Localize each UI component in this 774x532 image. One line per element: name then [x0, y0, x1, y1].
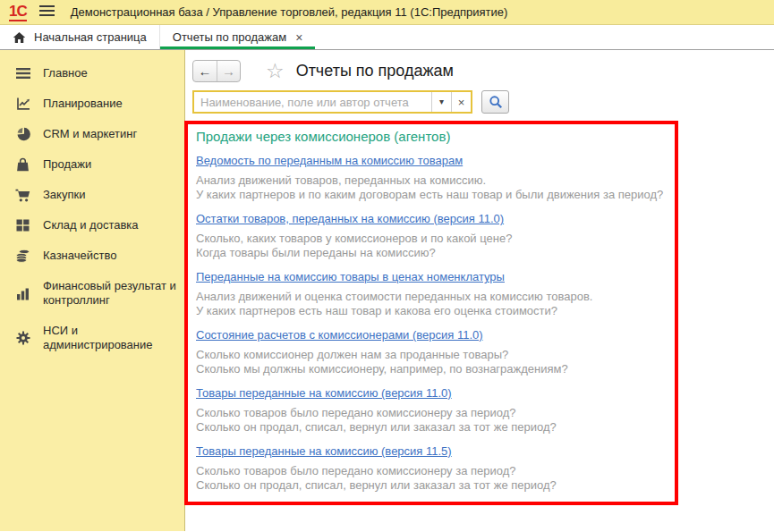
- sidebar-item-label: НСИ и администрирование: [43, 324, 177, 352]
- report-description: Сколько товаров было передано комиссионе…: [196, 464, 666, 478]
- bar-chart-icon: [14, 287, 31, 300]
- tab-sales-reports[interactable]: Отчеты по продажам ×: [159, 25, 316, 49]
- search-row: ▾ ×: [192, 90, 509, 114]
- shopping-bag-icon: [14, 157, 31, 172]
- sidebar-item-label: Продажи: [43, 157, 91, 172]
- sidebar-item-financial-result[interactable]: Финансовый результат и контроллинг: [0, 271, 184, 316]
- search-button[interactable]: [481, 90, 509, 114]
- report-description: Сколько он продал, списал, вернул или за…: [196, 478, 666, 493]
- back-button[interactable]: ←: [193, 61, 217, 81]
- report-description: Анализ движений и оценка стоимости перед…: [196, 290, 666, 304]
- main-menu-button[interactable]: [39, 4, 55, 20]
- gear-icon: [14, 331, 31, 345]
- sidebar-item-crm-marketing[interactable]: CRM и маркетинг: [0, 119, 184, 149]
- report-link[interactable]: Товары переданные на комиссию (версия 11…: [196, 386, 452, 400]
- sidebar-item-purchases[interactable]: Закупки: [0, 180, 184, 210]
- report-item: Остатки товаров, переданных на комиссию …: [196, 212, 666, 260]
- report-item: Товары переданные на комиссию (версия 11…: [196, 444, 666, 493]
- report-description: Сколько товаров было передано комиссионе…: [196, 406, 666, 420]
- sidebar-item-label: Казначейство: [43, 249, 116, 263]
- close-tab-icon[interactable]: ×: [295, 31, 302, 44]
- report-link[interactable]: Переданные на комиссию товары в ценах но…: [196, 270, 505, 283]
- shopping-cart-icon: [14, 189, 31, 202]
- report-item: Товары переданные на комиссию (версия 11…: [196, 386, 666, 435]
- report-search-box: ▾ ×: [192, 90, 472, 114]
- navigation-row: ← → ☆ Отчеты по продажам: [192, 60, 454, 82]
- sidebar-item-sales[interactable]: Продажи: [0, 149, 184, 180]
- planning-chart-icon: [14, 97, 31, 111]
- report-link[interactable]: Товары переданные на комиссию (версия 11…: [196, 444, 452, 458]
- sidebar-item-treasury[interactable]: Казначейство: [0, 241, 184, 271]
- highlighted-reports-panel: Продажи через комиссионеров (агентов) Ве…: [184, 121, 678, 505]
- tab-sales-reports-label: Отчеты по продажам: [173, 30, 286, 44]
- sidebar-item-label: Финансовый результат и контроллинг: [43, 279, 177, 308]
- window-title: Демонстрационная база / Управление торго…: [71, 5, 508, 19]
- report-link[interactable]: Состояние расчетов с комиссионерами (вер…: [196, 328, 483, 342]
- report-description: Сколько, каких товаров у комиссионеров и…: [196, 232, 666, 246]
- titlebar: 1С Демонстрационная база / Управление то…: [0, 0, 774, 25]
- sidebar: Главное Планирование CRM и маркетинг Про…: [0, 50, 185, 531]
- warehouse-grid-icon: [14, 219, 31, 232]
- search-input[interactable]: [194, 92, 431, 112]
- content-area: ← → ☆ Отчеты по продажам ▾ ×: [185, 50, 774, 531]
- report-description: Сколько комиссионер должен нам за продан…: [196, 348, 666, 362]
- sidebar-item-label: CRM и маркетинг: [43, 127, 137, 141]
- app-window: 1С Демонстрационная база / Управление то…: [0, 0, 774, 532]
- pie-chart-icon: [14, 127, 31, 141]
- sidebar-item-label: Закупки: [43, 188, 85, 202]
- report-link[interactable]: Остатки товаров, переданных на комиссию …: [196, 212, 504, 225]
- coins-icon: [14, 249, 31, 263]
- 1c-logo: 1С: [9, 4, 27, 21]
- report-description: У каких партнеров и по каким договорам е…: [196, 188, 666, 202]
- sidebar-item-label: Главное: [43, 66, 88, 80]
- history-nav-group: ← →: [192, 60, 241, 82]
- report-description: Сколько мы должны комиссионеру, например…: [196, 362, 666, 376]
- tab-bar: Начальная страница Отчеты по продажам ×: [0, 25, 774, 50]
- section-title: Продажи через комиссионеров (агентов): [196, 127, 666, 144]
- report-item: Переданные на комиссию товары в ценах но…: [196, 270, 666, 318]
- report-description: Сколько он продал, списал, вернул или за…: [196, 420, 666, 435]
- report-description: У каких партнеров есть наш товар и каков…: [196, 304, 666, 318]
- report-item: Ведомость по переданным на комиссию това…: [196, 154, 666, 202]
- search-dropdown-button[interactable]: ▾: [431, 92, 451, 112]
- sidebar-item-nsi-administration[interactable]: НСИ и администрирование: [0, 316, 184, 360]
- sidebar-item-label: Склад и доставка: [43, 218, 139, 232]
- search-icon: [489, 95, 503, 109]
- page-title: Отчеты по продажам: [296, 62, 454, 80]
- report-description: Анализ движений товаров, переданных на к…: [196, 173, 666, 188]
- search-clear-button[interactable]: ×: [451, 92, 471, 112]
- menu-lines-icon: [14, 67, 31, 80]
- hamburger-icon: [39, 4, 55, 20]
- sidebar-item-planning[interactable]: Планирование: [0, 89, 184, 119]
- tab-home-label: Начальная страница: [34, 30, 147, 44]
- forward-button[interactable]: →: [217, 61, 240, 81]
- home-icon: [13, 31, 26, 44]
- tab-home[interactable]: Начальная страница: [0, 25, 159, 49]
- favorite-star-icon[interactable]: ☆: [266, 61, 285, 81]
- sidebar-item-label: Планирование: [43, 97, 123, 111]
- report-link[interactable]: Ведомость по переданным на комиссию това…: [196, 154, 463, 167]
- report-description: Когда товары были переданы на комиссию?: [196, 246, 666, 260]
- sidebar-item-warehouse-delivery[interactable]: Склад и доставка: [0, 210, 184, 241]
- sidebar-item-main[interactable]: Главное: [0, 58, 184, 89]
- report-item: Состояние расчетов с комиссионерами (вер…: [196, 328, 666, 376]
